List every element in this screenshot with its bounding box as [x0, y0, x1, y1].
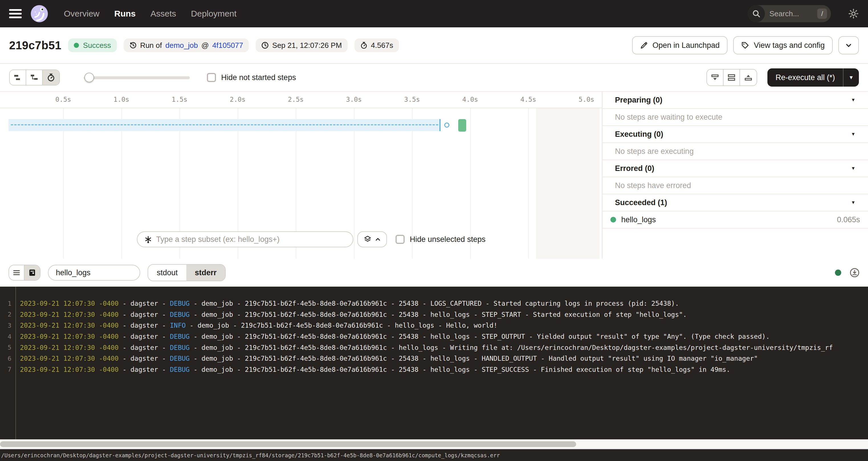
step-start-marker-icon	[444, 123, 450, 128]
horizontal-scrollbar	[0, 439, 868, 449]
run-content-row: 0.5s1.0s1.5s2.0s2.5s3.0s3.5s4.0s4.5s5.0s…	[0, 91, 868, 259]
open-in-launchpad-button[interactable]: Open in Launchpad	[632, 36, 728, 54]
slider-handle[interactable]	[84, 73, 94, 82]
waiting-dashed-line	[11, 124, 438, 125]
log-path-statusbar: /Users/erincochran/Desktop/dagster-examp…	[0, 449, 868, 461]
step-subset-input[interactable]: Type a step subset (ex: hello_logs+)	[137, 232, 353, 247]
section-caret-icon: ▼	[851, 200, 856, 205]
layers-icon	[364, 235, 372, 243]
hamburger-menu-icon[interactable]	[9, 7, 22, 20]
log-line-text: 2023-09-21 12:07:30 -0400 - dagster - DE…	[20, 333, 770, 340]
start-time-pill: Sep 21, 12:07:26 PM	[256, 38, 347, 52]
reexecute-all-button[interactable]: Re-execute all (*)	[767, 73, 843, 82]
log-line: 12023-09-21 12:07:30 -0400 - dagster - D…	[0, 298, 868, 309]
log-tab-stderr[interactable]: stderr	[186, 265, 225, 281]
view-tags-config-button[interactable]: View tags and config	[733, 36, 833, 54]
run-of-pill: Run of demo_job @ 4f105077	[124, 38, 249, 52]
panel-section-title: Executing (0)	[615, 130, 663, 139]
view-tags-config-label: View tags and config	[754, 41, 825, 50]
panel-section-header[interactable]: Succeeded (1)▼	[602, 194, 868, 211]
log-line: 32023-09-21 12:07:30 -0400 - dagster - I…	[0, 320, 868, 331]
structured-log-view-button[interactable]	[9, 265, 25, 280]
hide-unselected-label: Hide unselected steps	[410, 235, 486, 244]
gantt-waterfall-mode-button[interactable]	[26, 70, 43, 85]
axis-tick-label: 4.5s	[520, 96, 536, 103]
job-name-link[interactable]: demo_job	[165, 41, 198, 50]
download-log-icon[interactable]	[850, 268, 860, 278]
log-tab-stdout[interactable]: stdout	[148, 265, 186, 281]
panel-section-header[interactable]: Preparing (0)▼	[602, 92, 868, 109]
step-selector-icon	[144, 235, 152, 243]
log-line-number: 6	[0, 355, 11, 362]
graph-options-button[interactable]	[358, 232, 387, 247]
log-line-number: 4	[0, 333, 11, 340]
chevron-down-icon	[845, 42, 852, 49]
panel-section-empty-message: No steps have errored	[602, 177, 868, 194]
nav-item-runs[interactable]: Runs	[114, 9, 136, 19]
log-step-filter-input[interactable]: hello_logs	[48, 265, 140, 281]
run-id-title: 219c7b51	[9, 39, 61, 52]
collapse-panel-button[interactable]	[707, 69, 723, 86]
slash-shortcut-badge: /	[817, 8, 827, 19]
log-line-text: 2023-09-21 12:07:30 -0400 - dagster - DE…	[20, 366, 731, 373]
nav-item-assets[interactable]: Assets	[151, 9, 176, 19]
scrollbar-thumb[interactable]	[0, 441, 576, 447]
panel-section-empty-message: No steps are executing	[602, 143, 868, 160]
open-in-launchpad-label: Open in Launchpad	[653, 41, 720, 50]
section-caret-icon: ▼	[851, 132, 856, 137]
axis-tick-label: 2.5s	[288, 96, 304, 103]
log-line-text: 2023-09-21 12:07:30 -0400 - dagster - DE…	[20, 300, 679, 307]
log-toolbar: hello_logs stdoutstderr	[0, 259, 868, 287]
step-bar-hello-logs[interactable]	[458, 119, 466, 132]
panel-section-header[interactable]: Executing (0)▼	[602, 126, 868, 143]
nav-item-overview[interactable]: Overview	[64, 9, 99, 19]
hide-unselected-checkbox[interactable]	[396, 235, 405, 244]
gantt-flat-mode-button[interactable]	[10, 70, 26, 85]
collapse-panel-icon	[711, 73, 719, 82]
reexecute-caret-button[interactable]: ▼	[843, 75, 859, 81]
log-stream-tabs: stdoutstderr	[148, 264, 226, 281]
tag-icon	[741, 41, 749, 49]
dagster-logo[interactable]	[30, 4, 49, 23]
gantt-timed-mode-button[interactable]	[43, 70, 59, 85]
log-view-segmented-control	[8, 265, 40, 281]
split-panel-button[interactable]	[723, 69, 740, 86]
panel-section-header[interactable]: Errored (0)▼	[602, 160, 868, 177]
run-of-label: Run of	[140, 41, 162, 50]
log-line-text: 2023-09-21 12:07:30 -0400 - dagster - DE…	[20, 344, 833, 351]
run-header: 219c7b51 Success Run of demo_job @ 4f105…	[0, 27, 868, 64]
axis-tick-label: 1.5s	[172, 96, 187, 103]
succeeded-step-row[interactable]: hello_logs0.065s	[602, 211, 868, 228]
step-status-panel: Preparing (0)▼No steps are waiting to ex…	[602, 92, 868, 259]
axis-tick-label: 0.5s	[55, 96, 71, 103]
at-separator: @	[201, 41, 209, 50]
log-line-number: 5	[0, 344, 11, 351]
gutter-divider	[16, 287, 16, 439]
log-line: 72023-09-21 12:07:30 -0400 - dagster - D…	[0, 364, 868, 375]
log-line: 42023-09-21 12:07:30 -0400 - dagster - D…	[0, 331, 868, 342]
log-line-number: 2	[0, 311, 11, 318]
log-console: 12023-09-21 12:07:30 -0400 - dagster - D…	[0, 287, 868, 439]
log-filter-value: hello_logs	[56, 268, 91, 277]
raw-log-view-button[interactable]	[25, 265, 40, 280]
snapshot-link[interactable]: 4f105077	[212, 41, 243, 50]
hide-not-started-checkbox[interactable]	[207, 73, 216, 82]
expand-panel-button[interactable]	[740, 69, 756, 86]
step-name: hello_logs	[621, 215, 656, 224]
axis-tick-label: 3.5s	[404, 96, 420, 103]
section-caret-icon: ▼	[851, 97, 856, 102]
top-nav: OverviewRunsAssetsDeployment Search... /	[0, 0, 868, 27]
gear-icon[interactable]	[848, 8, 859, 19]
reexecute-split-button: Re-execute all (*) ▼	[767, 68, 859, 87]
gantt-axis-line	[0, 108, 602, 108]
log-line-number: 3	[0, 322, 11, 329]
nav-item-deployment[interactable]: Deployment	[191, 9, 237, 19]
panel-size-segmented-control	[706, 69, 757, 86]
history-icon	[129, 41, 137, 49]
panel-section-empty-message: No steps are waiting to execute	[602, 109, 868, 126]
log-line: 62023-09-21 12:07:30 -0400 - dagster - D…	[0, 353, 868, 364]
run-actions-menu-button[interactable]	[838, 36, 859, 54]
search-input[interactable]: Search... /	[748, 5, 831, 22]
gantt-zoom-slider[interactable]	[84, 72, 190, 83]
log-line: 52023-09-21 12:07:30 -0400 - dagster - D…	[0, 342, 868, 353]
